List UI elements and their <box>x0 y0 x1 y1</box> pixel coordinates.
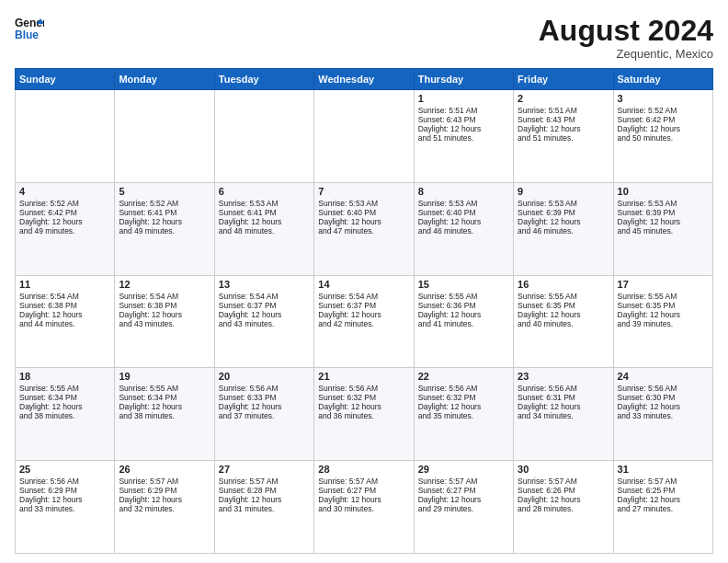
table-row: 24Sunrise: 5:56 AMSunset: 6:30 PMDayligh… <box>613 368 712 461</box>
table-row: 2Sunrise: 5:51 AMSunset: 6:43 PMDaylight… <box>514 90 613 183</box>
cell-content-line: Daylight: 12 hours <box>219 310 310 319</box>
cell-content-line: and 32 minutes. <box>119 504 210 513</box>
cell-content-line: Sunrise: 5:56 AM <box>19 477 110 486</box>
cell-content-line: Sunrise: 5:52 AM <box>119 199 210 208</box>
cell-content-line: Daylight: 12 hours <box>618 217 709 226</box>
cell-content-line: and 45 minutes. <box>618 226 709 236</box>
cell-content-line: and 37 minutes. <box>219 411 310 420</box>
cell-content-line: and 30 minutes. <box>318 504 409 513</box>
table-row: 16Sunrise: 5:55 AMSunset: 6:35 PMDayligh… <box>514 275 613 368</box>
day-number: 14 <box>318 279 409 290</box>
week-row-2: 11Sunrise: 5:54 AMSunset: 6:38 PMDayligh… <box>16 275 713 368</box>
day-number: 22 <box>418 371 509 382</box>
cell-content-line: Sunrise: 5:54 AM <box>318 292 409 301</box>
cell-content-line: Sunrise: 5:54 AM <box>119 292 210 301</box>
day-number: 3 <box>618 93 709 104</box>
cell-content-line: Daylight: 12 hours <box>119 495 210 504</box>
cell-content-line: Sunrise: 5:57 AM <box>219 477 310 486</box>
col-sunday: Sunday <box>16 69 115 90</box>
col-tuesday: Tuesday <box>214 69 313 90</box>
day-number: 19 <box>119 371 210 382</box>
cell-content-line: and 51 minutes. <box>518 133 609 143</box>
week-row-4: 25Sunrise: 5:56 AMSunset: 6:29 PMDayligh… <box>16 461 713 554</box>
cell-content-line: Sunrise: 5:52 AM <box>618 106 709 115</box>
cell-content-line: Sunrise: 5:51 AM <box>418 106 509 115</box>
cell-content-line: and 33 minutes. <box>618 411 709 420</box>
cell-content-line: Sunset: 6:37 PM <box>318 301 409 310</box>
day-number: 13 <box>219 279 310 290</box>
col-wednesday: Wednesday <box>314 69 414 90</box>
col-saturday: Saturday <box>613 69 712 90</box>
cell-content-line: Daylight: 12 hours <box>418 495 509 504</box>
cell-content-line: Sunrise: 5:53 AM <box>618 199 709 208</box>
day-number: 26 <box>119 464 210 475</box>
cell-content-line: Daylight: 12 hours <box>119 310 210 319</box>
cell-content-line: Daylight: 12 hours <box>518 217 609 226</box>
cell-content-line: Sunrise: 5:56 AM <box>219 384 310 393</box>
cell-content-line: Daylight: 12 hours <box>219 495 310 504</box>
cell-content-line: Sunrise: 5:53 AM <box>318 199 409 208</box>
cell-content-line: and 42 minutes. <box>318 319 409 328</box>
cell-content-line: Sunset: 6:29 PM <box>119 486 210 495</box>
col-thursday: Thursday <box>414 69 513 90</box>
header: General Blue August 2024 Zequentic, Mexi… <box>15 15 713 61</box>
day-number: 20 <box>219 371 310 382</box>
cell-content-line: and 46 minutes. <box>418 226 509 236</box>
page: General Blue August 2024 Zequentic, Mexi… <box>0 0 728 563</box>
cell-content-line: and 34 minutes. <box>518 411 609 420</box>
table-row: 7Sunrise: 5:53 AMSunset: 6:40 PMDaylight… <box>314 182 414 275</box>
cell-content-line: Daylight: 12 hours <box>518 310 609 319</box>
table-row: 21Sunrise: 5:56 AMSunset: 6:32 PMDayligh… <box>314 368 414 461</box>
day-number: 30 <box>518 464 609 475</box>
day-number: 17 <box>618 279 709 290</box>
cell-content-line: Daylight: 12 hours <box>618 124 709 133</box>
cell-content-line: and 46 minutes. <box>518 226 609 236</box>
cell-content-line: and 43 minutes. <box>119 319 210 328</box>
cell-content-line: Sunset: 6:42 PM <box>19 208 110 217</box>
table-row: 4Sunrise: 5:52 AMSunset: 6:42 PMDaylight… <box>16 182 115 275</box>
cell-content-line: Sunset: 6:42 PM <box>618 115 709 124</box>
table-row: 13Sunrise: 5:54 AMSunset: 6:37 PMDayligh… <box>214 275 313 368</box>
cell-content-line: Daylight: 12 hours <box>219 402 310 411</box>
cell-content-line: Daylight: 12 hours <box>618 402 709 411</box>
cell-content-line: Sunset: 6:41 PM <box>119 208 210 217</box>
day-number: 11 <box>19 279 110 290</box>
cell-content-line: Sunrise: 5:56 AM <box>318 384 409 393</box>
table-row: 8Sunrise: 5:53 AMSunset: 6:40 PMDaylight… <box>414 182 513 275</box>
cell-content-line: Sunset: 6:36 PM <box>418 301 509 310</box>
table-row: 12Sunrise: 5:54 AMSunset: 6:38 PMDayligh… <box>115 275 214 368</box>
cell-content-line: Sunset: 6:27 PM <box>318 486 409 495</box>
cell-content-line: Sunset: 6:26 PM <box>518 486 609 495</box>
cell-content-line: and 40 minutes. <box>518 319 609 328</box>
week-row-1: 4Sunrise: 5:52 AMSunset: 6:42 PMDaylight… <box>16 182 713 275</box>
cell-content-line: Daylight: 12 hours <box>618 310 709 319</box>
cell-content-line: Sunrise: 5:55 AM <box>618 292 709 301</box>
table-row: 18Sunrise: 5:55 AMSunset: 6:34 PMDayligh… <box>16 368 115 461</box>
cell-content-line: Sunset: 6:25 PM <box>618 486 709 495</box>
cell-content-line: Sunset: 6:28 PM <box>219 486 310 495</box>
svg-text:Blue: Blue <box>15 29 39 40</box>
table-row: 25Sunrise: 5:56 AMSunset: 6:29 PMDayligh… <box>16 461 115 554</box>
cell-content-line: Sunset: 6:37 PM <box>219 301 310 310</box>
cell-content-line: Daylight: 12 hours <box>19 495 110 504</box>
cell-content-line: Sunrise: 5:56 AM <box>518 384 609 393</box>
table-row: 6Sunrise: 5:53 AMSunset: 6:41 PMDaylight… <box>214 182 313 275</box>
cell-content-line: Daylight: 12 hours <box>518 495 609 504</box>
cell-content-line: and 49 minutes. <box>119 226 210 236</box>
day-number: 23 <box>518 371 609 382</box>
table-row: 26Sunrise: 5:57 AMSunset: 6:29 PMDayligh… <box>115 461 214 554</box>
table-row: 9Sunrise: 5:53 AMSunset: 6:39 PMDaylight… <box>514 182 613 275</box>
table-row: 29Sunrise: 5:57 AMSunset: 6:27 PMDayligh… <box>414 461 513 554</box>
week-row-3: 18Sunrise: 5:55 AMSunset: 6:34 PMDayligh… <box>16 368 713 461</box>
table-row <box>115 90 214 183</box>
cell-content-line: Daylight: 12 hours <box>518 124 609 133</box>
cell-content-line: Daylight: 12 hours <box>318 495 409 504</box>
logo-icon: General Blue <box>15 15 44 40</box>
cell-content-line: and 29 minutes. <box>418 504 509 513</box>
cell-content-line: Daylight: 12 hours <box>219 217 310 226</box>
cell-content-line: Daylight: 12 hours <box>418 402 509 411</box>
cell-content-line: Sunset: 6:35 PM <box>618 301 709 310</box>
table-row: 14Sunrise: 5:54 AMSunset: 6:37 PMDayligh… <box>314 275 414 368</box>
cell-content-line: Sunset: 6:43 PM <box>418 115 509 124</box>
day-number: 4 <box>19 186 110 197</box>
